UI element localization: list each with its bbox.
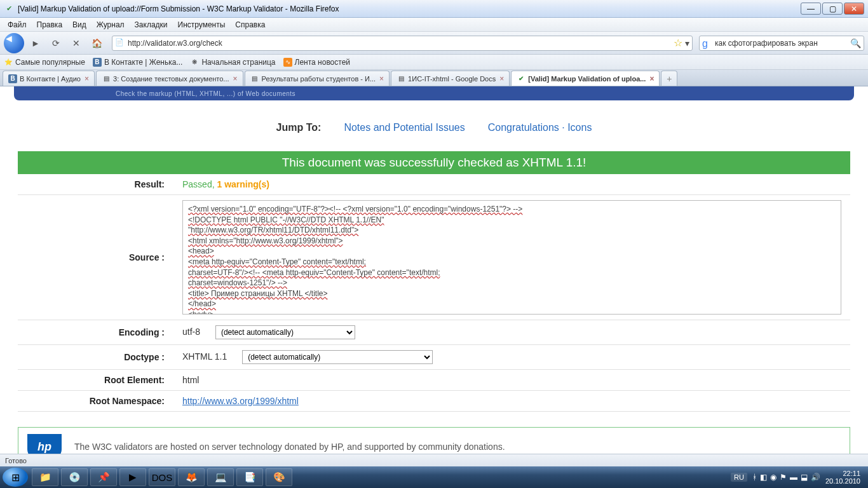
tab-close-icon[interactable]: × [233,74,238,83]
app-icon: ▶ [129,471,137,483]
url-input[interactable] [128,39,671,48]
app-icon: 🎨 [273,471,285,483]
forward-button[interactable]: ► [27,34,44,52]
tab-close-icon[interactable]: × [649,74,654,83]
bookmark-star-icon[interactable]: ☆ [674,37,682,49]
time-text: 22:11 [825,470,860,477]
result-label: Result: [18,174,173,195]
taskbar-app-button[interactable]: 📌 [90,468,117,486]
menu-инструменты[interactable]: Инструменты [173,19,231,30]
taskbar-app-button[interactable]: ▶ [119,468,146,486]
app-icon: 🦊 [186,471,198,483]
app-icon: 📌 [98,471,110,483]
bookmarks-bar: ⭐Самые популярныеBВ Контакте | Женька...… [0,55,868,70]
tab[interactable]: ✔[Valid] Markup Validation of uploa...× [511,71,660,86]
app-icon: 📁 [39,471,51,483]
volume-icon[interactable]: 🔊 [811,473,820,482]
taskbar-app-button[interactable]: 💻 [207,468,234,486]
search-go-icon[interactable]: 🔍 [850,38,861,48]
tab[interactable]: ▤3: Создание текстовых документо...× [96,71,243,86]
jumpto-row: Jump To: Notes and Potential Issues Cong… [0,122,868,133]
language-indicator[interactable]: RU [731,473,747,482]
stop-button[interactable]: ✕ [67,34,85,52]
tab-close-icon[interactable]: × [85,74,89,83]
nav-toolbar: ◄ ► ⟳ ✕ 🏠 📄 ☆ ▾ g 🔍 [0,32,868,55]
taskbar-app-button[interactable]: 🎨 [266,468,292,486]
bookmark-label: Начальная страница [201,58,275,67]
tab[interactable]: ▤1ИС-IT-xhtml - Google Docs× [391,71,510,86]
maximize-button[interactable]: ▢ [822,3,843,15]
window-titlebar: ✔ [Valid] Markup Validation of upload://… [0,0,868,18]
home-button[interactable]: 🏠 [88,34,105,52]
bluetooth-icon[interactable]: ᚼ [752,473,757,482]
flag-icon[interactable]: ⚑ [780,473,787,482]
jumpto-link-congrats[interactable]: Congratulations · Icons [488,122,592,133]
rootns-link[interactable]: http://www.w3.org/1999/xhtml [182,396,299,406]
menu-закладки[interactable]: Закладки [130,19,173,30]
doctype-label: Doctype : [18,345,173,370]
menu-журнал[interactable]: Журнал [92,19,130,30]
vk-icon: B [8,74,17,83]
hp-logo: hp [27,434,62,454]
encoding-row: Encoding : utf-8 (detect automatically) [18,320,850,345]
tray-icon[interactable]: ⬓ [801,473,808,482]
tabs-strip: BВ Контакте | Аудио×▤3: Создание текстов… [0,70,868,86]
encoding-select[interactable]: (detect automatically) [215,325,355,339]
tray-icon[interactable]: ◉ [770,473,776,482]
url-bar[interactable]: 📄 ☆ ▾ [112,36,693,51]
app-icon: 💿 [69,471,81,483]
result-passed: Passed, [182,179,217,189]
minimize-button[interactable]: — [801,3,821,15]
search-bar[interactable]: g 🔍 [699,36,864,51]
tab-label: В Контакте | Аудио [20,75,81,83]
taskbar-app-button[interactable]: 🦊 [178,468,205,486]
taskbar-app-button[interactable]: DOS [149,468,175,486]
star-icon: ⭐ [4,58,13,67]
vk-icon: B [93,58,102,67]
taskbar-app-button[interactable]: 📁 [32,468,58,486]
encoding-value: utf-8 [182,327,200,337]
bookmark-item[interactable]: BВ Контакте | Женька... [93,58,183,67]
tab[interactable]: BВ Контакте | Аудио× [3,71,95,86]
menu-вид[interactable]: Вид [67,19,92,30]
taskbar-app-button[interactable]: 💿 [61,468,88,486]
status-text: Готово [5,457,27,464]
w3c-banner: Check the markup (HTML, XHTML, ...) of W… [14,86,854,100]
tab-close-icon[interactable]: × [499,74,504,83]
source-textarea[interactable]: <?xml version="1.0" encoding="UTF-8"?><!… [182,200,841,315]
close-button[interactable]: ✕ [844,3,864,15]
start-button[interactable]: ⊞ [3,468,28,487]
menu-файл[interactable]: Файл [3,19,32,30]
app-icon: 💻 [215,471,227,483]
jumpto-link-notes[interactable]: Notes and Potential Issues [344,122,465,133]
tray-icons: ᚼ ◧ ◉ ⚑ ▬ ⬓ 🔊 [752,473,820,482]
menu-справка[interactable]: Справка [230,19,270,30]
source-row: Source : <?xml version="1.0" encoding="U… [18,195,850,320]
network-icon[interactable]: ▬ [790,473,797,482]
bookmark-item[interactable]: ❋Начальная страница [190,58,275,67]
results-table: Result: Passed, 1 warning(s) Source : <?… [18,174,850,412]
taskbar-app-button[interactable]: 📑 [236,468,263,486]
clock[interactable]: 22:11 20.10.2010 [825,470,860,485]
statusbar: Готово [0,454,868,466]
tab[interactable]: ▤Результаты работы студентов - И...× [245,71,390,86]
bookmark-item[interactable]: ⭐Самые популярные [4,58,85,67]
menu-правка[interactable]: Правка [32,19,68,30]
reload-button[interactable]: ⟳ [47,34,65,52]
google-icon: g [702,38,712,48]
menu-bar: ФайлПравкаВидЖурналЗакладкиИнструментыСп… [0,18,868,32]
rootel-value: html [173,370,850,391]
tray-icon[interactable]: ◧ [760,473,767,482]
bookmark-item[interactable]: ∿Лента новостей [283,58,351,67]
url-dropdown-icon[interactable]: ▾ [685,38,689,48]
back-button[interactable]: ◄ [4,33,24,53]
tab-close-icon[interactable]: × [379,74,384,83]
bookmark-label: Лента новостей [295,58,351,67]
new-tab-button[interactable]: + [661,71,677,86]
doc-icon: ▤ [397,74,405,83]
doctype-value: XHTML 1.1 [182,351,227,362]
app-icon: DOS [152,472,173,483]
doctype-select[interactable]: (detect automatically) [242,350,433,364]
page-icon: 📄 [115,38,125,48]
search-input[interactable] [715,39,850,48]
